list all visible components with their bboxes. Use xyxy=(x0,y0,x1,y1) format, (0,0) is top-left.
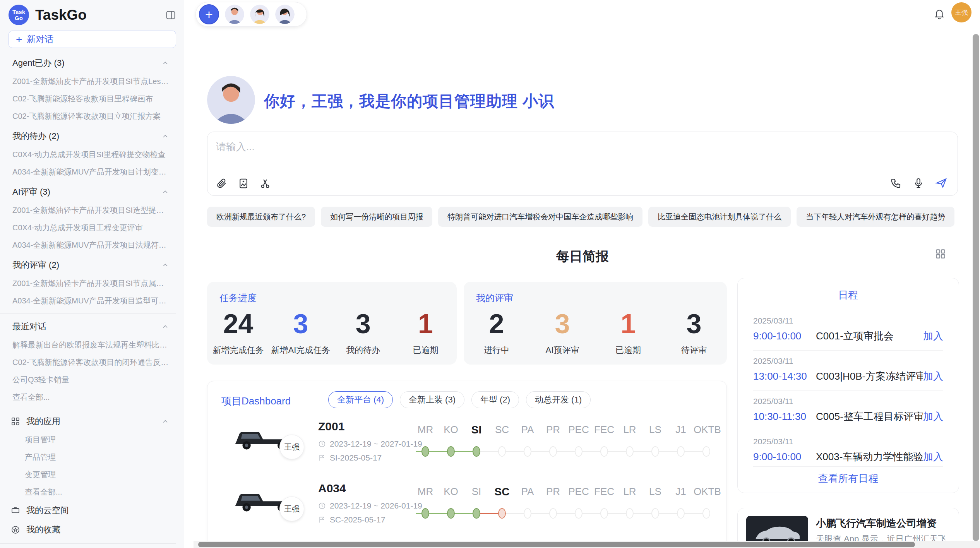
cloud-drive-icon xyxy=(11,506,20,515)
suggestion-chip[interactable]: 比亚迪全固态电池计划具体说了什么 xyxy=(648,207,791,227)
section-agent-done[interactable]: Agent已办 (3) xyxy=(0,52,176,73)
milestone-label: PEC xyxy=(566,424,591,436)
suggestion-chip[interactable]: 欧洲新规最近颁布了什么? xyxy=(207,207,315,227)
metric-value: 2 xyxy=(464,310,529,338)
view-all-chats[interactable]: 查看全部... xyxy=(0,389,176,406)
app-item-product-mgmt[interactable]: 产品管理 xyxy=(0,449,176,466)
view-all-apps[interactable]: 查看全部... xyxy=(0,483,176,501)
chevron-up-icon[interactable] xyxy=(161,132,169,140)
milestone-dot-done xyxy=(473,508,480,519)
section-my-review[interactable]: 我的评审 (2) xyxy=(0,254,176,275)
list-item[interactable]: A034-全新新能源MUV产品开发项目法规符合性评审 xyxy=(0,236,176,254)
section-ai-review[interactable]: AI评审 (3) xyxy=(0,181,176,202)
screenshot-scissors-icon[interactable] xyxy=(259,178,271,189)
sidebar: Task Go TaskGo + 新对话 Agent已办 (3) Z001-全新… xyxy=(0,0,184,548)
horizontal-scrollbar[interactable] xyxy=(198,542,915,547)
schedule-event-title: C003|H0B-方案冻结评审 xyxy=(816,370,923,383)
filter-chip[interactable]: 动总开发 (1) xyxy=(526,391,591,408)
milestone-label: SC xyxy=(489,424,515,436)
image-upload-icon[interactable] xyxy=(238,178,249,189)
app-logo: Task Go xyxy=(9,5,29,25)
project-row[interactable]: 王强 Z001 2023-12-19 ~ 2027-01-19 SI-2025-… xyxy=(207,418,726,476)
user-avatar[interactable]: 王强 xyxy=(951,2,971,22)
favorites-label: 我的收藏 xyxy=(26,524,60,536)
metric-value: 24 xyxy=(207,310,269,338)
filter-chip[interactable]: 全新平台 (4) xyxy=(328,391,393,408)
section-my-todo[interactable]: 我的待办 (2) xyxy=(0,125,176,146)
list-item[interactable]: Z001-全新燃油轻卡产品开发项目SI造型提交物评审 xyxy=(0,202,176,219)
list-item[interactable]: C0X4-动力总成开发项目SI里程碑提交物检查 xyxy=(0,146,176,163)
project-owner-badge: 王强 xyxy=(279,435,304,459)
divider xyxy=(753,431,943,431)
list-item[interactable]: C02-飞腾新能源轻客改款项目里程碑画布 xyxy=(0,90,176,108)
metric-label: 进行中 xyxy=(464,344,529,356)
project-row[interactable]: 王强 A034 2023-12-19 ~ 2026-01-19 SC-2025-… xyxy=(207,480,726,538)
schedule-time: 10:30-11:30 xyxy=(753,411,816,423)
suggestion-chip[interactable]: 当下年轻人对汽车外观有怎样的喜好趋势 xyxy=(797,207,954,227)
schedule-entry: 2025/03/11 9:00-10:00 X003-车辆动力学性能验... 加… xyxy=(753,437,943,464)
microphone-icon[interactable] xyxy=(913,177,924,189)
milestone-dot xyxy=(549,508,557,519)
new-chat-button[interactable]: + 新对话 xyxy=(9,31,176,48)
view-all-schedule-link[interactable]: 查看所有日程 xyxy=(738,472,959,485)
sidebar-item-ai-staff[interactable]: AI超级员工 xyxy=(0,545,176,548)
chevron-up-icon[interactable] xyxy=(161,261,169,269)
chevron-up-icon[interactable] xyxy=(161,418,169,425)
join-link[interactable]: 加入 xyxy=(923,450,943,464)
add-contact-button[interactable]: + xyxy=(199,4,219,24)
chevron-up-icon[interactable] xyxy=(161,323,169,331)
filter-chip[interactable]: 年型 (2) xyxy=(471,391,519,408)
sidebar-item-my-apps[interactable]: 我的应用 xyxy=(0,412,176,431)
list-item[interactable]: A034-全新新能源MUV产品开发项目计划变更表编写 xyxy=(0,163,176,181)
list-item[interactable]: C02-飞腾新能源轻客改款项目的闭环通告反馈情况 xyxy=(0,354,176,371)
app-item-project-mgmt[interactable]: 项目管理 xyxy=(0,431,176,449)
milestone-label: OKTB xyxy=(694,424,719,436)
app-item-change-mgmt[interactable]: 变更管理 xyxy=(0,466,176,483)
suggestion-chip[interactable]: 如何写一份清晰的项目周报 xyxy=(321,207,432,227)
milestone-label: PEC xyxy=(566,486,591,498)
section-recent-chats[interactable]: 最近对话 xyxy=(0,315,176,336)
milestone-dot-done xyxy=(447,446,455,457)
milestone-label: J1 xyxy=(668,424,694,436)
project-dates: 2023-12-19 ~ 2027-01-19 xyxy=(330,439,422,449)
vertical-scrollbar[interactable] xyxy=(973,34,979,541)
list-item[interactable]: C02-飞腾新能源轻客改款项目立项汇报方案 xyxy=(0,108,176,125)
list-item[interactable]: C0X4-动力总成开发项目工程变更评审 xyxy=(0,219,176,236)
metric-label: 我的待办 xyxy=(332,344,394,356)
list-item[interactable]: 公司Q3轻卡销量 xyxy=(0,371,176,389)
suggestion-chip[interactable]: 特朗普可能对进口汽车增税会对中国车企造成哪些影响 xyxy=(438,207,642,227)
sidebar-item-favorites[interactable]: 我的收藏 xyxy=(0,520,176,539)
divider xyxy=(753,466,943,467)
sidebar-item-cloud-space[interactable]: 我的云空间 xyxy=(0,501,176,520)
join-link[interactable]: 加入 xyxy=(923,410,943,423)
phone-call-icon[interactable] xyxy=(890,177,902,189)
metric: 3 我的待办 xyxy=(332,310,394,356)
layout-grid-icon[interactable] xyxy=(934,248,947,260)
send-icon[interactable] xyxy=(935,177,947,189)
attachment-icon[interactable] xyxy=(216,178,228,189)
section-header-label: 最近对话 xyxy=(12,321,46,332)
milestone-label: PA xyxy=(515,424,540,436)
project-flag-date: SI-2025-05-17 xyxy=(330,453,382,462)
notification-bell-icon[interactable] xyxy=(934,8,945,19)
list-item[interactable]: Z001-全新燃油皮卡产品开发项目SI节点Lesson Learn报告 xyxy=(0,73,176,90)
sidebar-list: Agent已办 (3) Z001-全新燃油皮卡产品开发项目SI节点Lesson … xyxy=(0,52,184,548)
chevron-up-icon[interactable] xyxy=(161,59,169,67)
avatar[interactable] xyxy=(225,5,244,24)
avatar[interactable] xyxy=(250,5,269,24)
quick-access-bar: + xyxy=(195,2,307,27)
list-item[interactable]: A034-全新新能源MUV产品开发项目造型可行性评审 xyxy=(0,292,176,310)
list-item[interactable]: 解释最新出台的欧盟报废车法规再生塑料比例被调至15%... xyxy=(0,336,176,354)
section-header-label: 我的待办 (2) xyxy=(12,130,59,142)
avatar[interactable] xyxy=(275,5,295,24)
list-item[interactable]: Z001-全新燃油轻卡产品开发项目SI节点属性5D文件评审 xyxy=(0,275,176,292)
join-link[interactable]: 加入 xyxy=(923,370,943,383)
chat-input[interactable] xyxy=(216,138,680,155)
metric: 3 新增AI完成任务 xyxy=(269,310,332,356)
filter-chip[interactable]: 全新上装 (3) xyxy=(400,391,464,408)
join-link[interactable]: 加入 xyxy=(923,329,943,343)
section-header-label: 我的评审 (2) xyxy=(12,259,59,271)
collapse-sidebar-icon[interactable] xyxy=(165,10,176,21)
chevron-up-icon[interactable] xyxy=(161,188,169,196)
divider xyxy=(0,543,176,544)
